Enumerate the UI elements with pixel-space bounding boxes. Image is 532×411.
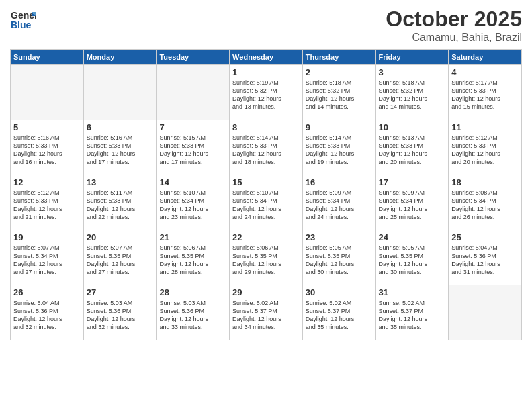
day-number: 2 xyxy=(306,67,373,77)
day-number: 19 xyxy=(13,232,81,242)
day-info: Sunrise: 5:09 AM Sunset: 5:34 PM Dayligh… xyxy=(379,189,446,222)
calendar-day-header: Sunday xyxy=(11,50,84,65)
day-number: 30 xyxy=(306,287,373,298)
calendar-cell: 22Sunrise: 5:06 AM Sunset: 5:35 PM Dayli… xyxy=(230,230,303,285)
day-info: Sunrise: 5:09 AM Sunset: 5:34 PM Dayligh… xyxy=(306,189,373,222)
day-number: 20 xyxy=(87,232,154,242)
calendar-cell xyxy=(11,65,84,120)
logo-icon: General Blue xyxy=(10,7,36,32)
calendar-cell xyxy=(449,285,522,340)
calendar-cell: 28Sunrise: 5:03 AM Sunset: 5:36 PM Dayli… xyxy=(157,285,230,340)
calendar-cell: 21Sunrise: 5:06 AM Sunset: 5:35 PM Dayli… xyxy=(157,230,230,285)
calendar-cell: 15Sunrise: 5:10 AM Sunset: 5:34 PM Dayli… xyxy=(230,175,303,230)
day-number: 12 xyxy=(13,177,81,187)
day-info: Sunrise: 5:05 AM Sunset: 5:35 PM Dayligh… xyxy=(306,244,373,277)
calendar-week-row: 1Sunrise: 5:19 AM Sunset: 5:32 PM Daylig… xyxy=(11,65,522,120)
day-number: 11 xyxy=(451,122,519,132)
calendar-day-header: Tuesday xyxy=(157,50,230,65)
day-number: 9 xyxy=(306,122,373,132)
day-number: 8 xyxy=(232,122,300,132)
calendar-cell: 24Sunrise: 5:05 AM Sunset: 5:35 PM Dayli… xyxy=(375,230,449,285)
day-info: Sunrise: 5:16 AM Sunset: 5:33 PM Dayligh… xyxy=(87,134,154,167)
day-number: 6 xyxy=(87,122,154,132)
calendar-cell: 26Sunrise: 5:04 AM Sunset: 5:36 PM Dayli… xyxy=(11,285,84,340)
day-info: Sunrise: 5:02 AM Sunset: 5:37 PM Dayligh… xyxy=(306,299,373,332)
calendar-cell: 17Sunrise: 5:09 AM Sunset: 5:34 PM Dayli… xyxy=(375,175,449,230)
calendar-cell xyxy=(83,65,157,120)
calendar-cell: 6Sunrise: 5:16 AM Sunset: 5:33 PM Daylig… xyxy=(83,120,157,175)
day-number: 18 xyxy=(451,177,519,187)
day-number: 13 xyxy=(87,177,154,187)
day-info: Sunrise: 5:10 AM Sunset: 5:34 PM Dayligh… xyxy=(232,189,300,222)
calendar-cell: 10Sunrise: 5:13 AM Sunset: 5:33 PM Dayli… xyxy=(375,120,449,175)
day-number: 17 xyxy=(379,177,446,187)
calendar-cell: 23Sunrise: 5:05 AM Sunset: 5:35 PM Dayli… xyxy=(302,230,375,285)
location-subtitle: Camamu, Bahia, Brazil xyxy=(386,32,522,44)
calendar-day-header: Wednesday xyxy=(230,50,303,65)
svg-text:Blue: Blue xyxy=(11,19,32,30)
day-number: 15 xyxy=(232,177,300,187)
calendar-cell: 31Sunrise: 5:02 AM Sunset: 5:37 PM Dayli… xyxy=(375,285,449,340)
day-info: Sunrise: 5:16 AM Sunset: 5:33 PM Dayligh… xyxy=(13,134,81,167)
calendar-cell: 12Sunrise: 5:12 AM Sunset: 5:33 PM Dayli… xyxy=(11,175,84,230)
day-number: 5 xyxy=(13,122,81,132)
calendar-cell: 19Sunrise: 5:07 AM Sunset: 5:34 PM Dayli… xyxy=(11,230,84,285)
month-title: October 2025 xyxy=(386,7,522,32)
day-info: Sunrise: 5:07 AM Sunset: 5:35 PM Dayligh… xyxy=(87,244,154,277)
day-info: Sunrise: 5:19 AM Sunset: 5:32 PM Dayligh… xyxy=(232,79,300,111)
calendar-table: SundayMondayTuesdayWednesdayThursdayFrid… xyxy=(10,49,522,340)
day-info: Sunrise: 5:06 AM Sunset: 5:35 PM Dayligh… xyxy=(159,244,226,277)
calendar-cell xyxy=(157,65,230,120)
day-info: Sunrise: 5:18 AM Sunset: 5:32 PM Dayligh… xyxy=(379,79,446,111)
calendar-day-header: Friday xyxy=(375,50,449,65)
day-info: Sunrise: 5:07 AM Sunset: 5:34 PM Dayligh… xyxy=(13,244,81,277)
day-number: 29 xyxy=(232,287,300,298)
day-number: 4 xyxy=(451,67,519,77)
calendar-cell: 9Sunrise: 5:14 AM Sunset: 5:33 PM Daylig… xyxy=(302,120,375,175)
day-number: 21 xyxy=(159,232,226,242)
calendar-cell: 3Sunrise: 5:18 AM Sunset: 5:32 PM Daylig… xyxy=(375,65,449,120)
day-number: 1 xyxy=(232,67,300,77)
calendar-cell: 7Sunrise: 5:15 AM Sunset: 5:33 PM Daylig… xyxy=(157,120,230,175)
calendar-cell: 18Sunrise: 5:08 AM Sunset: 5:34 PM Dayli… xyxy=(449,175,522,230)
calendar-week-row: 19Sunrise: 5:07 AM Sunset: 5:34 PM Dayli… xyxy=(11,230,522,285)
calendar-cell: 8Sunrise: 5:14 AM Sunset: 5:33 PM Daylig… xyxy=(230,120,303,175)
day-info: Sunrise: 5:03 AM Sunset: 5:36 PM Dayligh… xyxy=(159,299,226,332)
calendar-cell: 30Sunrise: 5:02 AM Sunset: 5:37 PM Dayli… xyxy=(302,285,375,340)
calendar-day-header: Thursday xyxy=(302,50,375,65)
title-area: October 2025 Camamu, Bahia, Brazil xyxy=(386,7,522,44)
day-number: 16 xyxy=(306,177,373,187)
day-info: Sunrise: 5:14 AM Sunset: 5:33 PM Dayligh… xyxy=(232,134,300,167)
calendar-day-header: Monday xyxy=(83,50,157,65)
day-info: Sunrise: 5:03 AM Sunset: 5:36 PM Dayligh… xyxy=(87,299,154,332)
day-info: Sunrise: 5:11 AM Sunset: 5:33 PM Dayligh… xyxy=(87,189,154,222)
calendar-cell: 11Sunrise: 5:12 AM Sunset: 5:33 PM Dayli… xyxy=(449,120,522,175)
calendar-cell: 13Sunrise: 5:11 AM Sunset: 5:33 PM Dayli… xyxy=(83,175,157,230)
day-info: Sunrise: 5:17 AM Sunset: 5:33 PM Dayligh… xyxy=(451,79,519,111)
day-number: 24 xyxy=(379,232,446,242)
day-number: 27 xyxy=(87,287,154,298)
day-number: 23 xyxy=(306,232,373,242)
day-info: Sunrise: 5:15 AM Sunset: 5:33 PM Dayligh… xyxy=(159,134,226,167)
calendar-cell: 1Sunrise: 5:19 AM Sunset: 5:32 PM Daylig… xyxy=(230,65,303,120)
day-number: 3 xyxy=(379,67,446,77)
day-info: Sunrise: 5:06 AM Sunset: 5:35 PM Dayligh… xyxy=(232,244,300,277)
page: General Blue October 2025 Camamu, Bahia,… xyxy=(0,0,532,411)
calendar-cell: 29Sunrise: 5:02 AM Sunset: 5:37 PM Dayli… xyxy=(230,285,303,340)
day-number: 7 xyxy=(159,122,226,132)
calendar-week-row: 26Sunrise: 5:04 AM Sunset: 5:36 PM Dayli… xyxy=(11,285,522,340)
calendar-week-row: 5Sunrise: 5:16 AM Sunset: 5:33 PM Daylig… xyxy=(11,120,522,175)
day-info: Sunrise: 5:02 AM Sunset: 5:37 PM Dayligh… xyxy=(379,299,446,332)
day-info: Sunrise: 5:04 AM Sunset: 5:36 PM Dayligh… xyxy=(13,299,81,332)
calendar-cell: 27Sunrise: 5:03 AM Sunset: 5:36 PM Dayli… xyxy=(83,285,157,340)
calendar-week-row: 12Sunrise: 5:12 AM Sunset: 5:33 PM Dayli… xyxy=(11,175,522,230)
calendar-cell: 14Sunrise: 5:10 AM Sunset: 5:34 PM Dayli… xyxy=(157,175,230,230)
day-info: Sunrise: 5:10 AM Sunset: 5:34 PM Dayligh… xyxy=(159,189,226,222)
day-info: Sunrise: 5:14 AM Sunset: 5:33 PM Dayligh… xyxy=(306,134,373,167)
day-number: 25 xyxy=(451,232,519,242)
day-number: 26 xyxy=(13,287,81,298)
day-info: Sunrise: 5:02 AM Sunset: 5:37 PM Dayligh… xyxy=(232,299,300,332)
day-number: 22 xyxy=(232,232,300,242)
day-info: Sunrise: 5:04 AM Sunset: 5:36 PM Dayligh… xyxy=(451,244,519,277)
day-info: Sunrise: 5:05 AM Sunset: 5:35 PM Dayligh… xyxy=(379,244,446,277)
